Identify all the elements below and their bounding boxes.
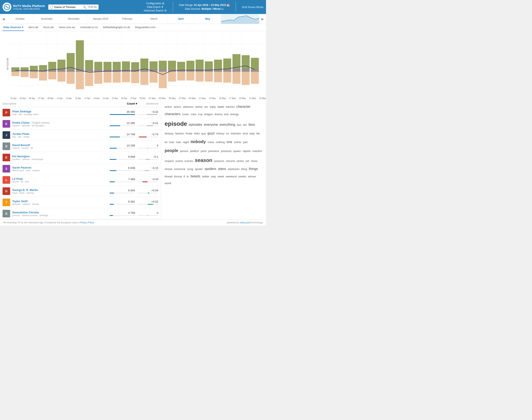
privacy-link[interactable]: Privacy Policy — [80, 221, 94, 224]
word-tweets[interactable]: tweets — [191, 173, 200, 180]
word-fantasy[interactable]: fantasy — [165, 131, 174, 136]
word-end[interactable]: end — [224, 112, 229, 117]
word-crew[interactable]: crew — [191, 112, 196, 117]
word-folks[interactable]: folks — [194, 131, 200, 136]
word-characters[interactable]: characters — [165, 111, 180, 117]
word-week[interactable]: week — [218, 174, 224, 179]
word-guy[interactable]: guy — [201, 131, 206, 136]
word-kind[interactable]: kind — [243, 131, 248, 136]
word-arc[interactable]: arc — [204, 104, 208, 109]
word-finale[interactable]: finale — [186, 131, 192, 136]
word-noise[interactable]: noise — [207, 140, 214, 145]
search-box[interactable]: 🔍 7535.5k — [48, 4, 99, 10]
word-fact[interactable]: fact — [237, 122, 241, 127]
word-cup[interactable]: cup — [198, 112, 203, 117]
word-tl[interactable]: tl — [184, 174, 185, 179]
word-character[interactable]: character — [236, 104, 251, 110]
month-march[interactable]: March — [141, 14, 168, 24]
word-tv[interactable]: tv — [187, 174, 189, 179]
config-link[interactable]: Configuration ⊞ — [144, 2, 167, 5]
word-person[interactable]: person — [180, 149, 188, 153]
tab-belfast[interactable]: belfasttelegraph.co.uk — [102, 24, 131, 31]
word-dragon[interactable]: dragon — [204, 112, 213, 117]
word-second[interactable]: second — [226, 159, 235, 164]
drill-down-mode[interactable]: Drill Down Mode — [242, 5, 264, 9]
entity-name[interactable]: Kit Harington — [12, 155, 107, 158]
timeline-prev[interactable]: ◀ — [0, 15, 7, 23]
month-october[interactable]: October — [7, 14, 34, 24]
word-world[interactable]: world — [165, 181, 171, 186]
word-respect[interactable]: respect — [165, 159, 174, 164]
word-action[interactable]: action — [165, 104, 172, 109]
tab-nzherald[interactable]: nzherald.co.nz — [79, 24, 99, 31]
word-way[interactable]: way — [211, 174, 216, 179]
word-cover[interactable]: cover — [182, 112, 189, 117]
word-point[interactable]: point — [201, 149, 207, 153]
word-fans[interactable]: fans — [249, 122, 255, 128]
word-actors[interactable]: actors — [174, 104, 181, 109]
word-song[interactable]: song — [187, 167, 193, 171]
word-guys[interactable]: guys — [207, 130, 215, 136]
word-history[interactable]: history — [216, 131, 224, 136]
word-winner[interactable]: winner — [248, 174, 256, 179]
sources-icon[interactable]: 🗂 — [221, 7, 224, 10]
entity-name[interactable]: George R. R. Martin — [12, 188, 107, 192]
word-fan[interactable]: fan — [243, 122, 247, 127]
month-february[interactable]: February — [114, 14, 141, 24]
word-episodes[interactable]: episodes — [189, 122, 202, 128]
word-spoiler[interactable]: spoiler — [195, 167, 203, 171]
month-may[interactable]: May — [194, 14, 221, 24]
month-april[interactable]: April — [168, 14, 194, 24]
word-anime[interactable]: anime — [195, 104, 203, 109]
word-battle[interactable]: battle — [218, 104, 224, 109]
month-november[interactable]: November — [34, 14, 60, 24]
word-throne[interactable]: throne — [174, 174, 182, 179]
word-season[interactable]: season — [195, 156, 212, 165]
month-december[interactable]: December — [60, 14, 87, 24]
word-petition[interactable]: petition — [190, 149, 199, 153]
word-one[interactable]: one — [226, 139, 232, 145]
word-reaction[interactable]: reaction — [252, 149, 262, 153]
entity-name[interactable]: Peter Dinklage — [12, 110, 107, 113]
word-lol[interactable]: lol — [165, 140, 167, 145]
word-twitter[interactable]: twitter — [202, 174, 209, 179]
calendar-icon[interactable]: 📅 — [226, 4, 230, 7]
entity-name[interactable]: Emilia Clarke – English actress — [12, 121, 107, 124]
word-weekend[interactable]: weekend — [226, 174, 237, 179]
word-people[interactable]: people — [165, 147, 178, 154]
word-everyone[interactable]: everyone — [204, 122, 218, 128]
word-intention[interactable]: intention — [231, 131, 241, 136]
timeline-next[interactable]: ▶ — [259, 15, 266, 23]
word-part[interactable]: part — [243, 140, 248, 145]
word-episode[interactable]: episode — [165, 119, 187, 129]
word-rapists[interactable]: rapists — [242, 149, 251, 153]
word-im[interactable]: im — [226, 131, 229, 136]
word-stans[interactable]: stans — [218, 166, 226, 172]
tab-data-sources[interactable]: Data Sources ▾ — [2, 24, 24, 31]
word-scenes[interactable]: scenes — [184, 159, 193, 164]
word-weeks[interactable]: weeks — [238, 174, 246, 179]
word-things[interactable]: things — [249, 166, 258, 172]
search-checkbox[interactable] — [50, 6, 53, 8]
entity-name[interactable]: David Benioff — [12, 144, 107, 147]
entity-name[interactable]: Taylor Swift — [12, 200, 107, 203]
tab-focusde[interactable]: focus.de — [43, 24, 55, 31]
entity-name[interactable]: Gwendoline Christie — [12, 211, 107, 214]
word-queen[interactable]: queen — [233, 149, 241, 153]
word-online[interactable]: online — [234, 140, 241, 145]
advanced-search-link[interactable]: Advanced Search ⚙ — [144, 9, 167, 12]
word-thing[interactable]: thing — [241, 167, 247, 171]
tab-guardian[interactable]: theguardian.com — [134, 24, 156, 31]
word-series[interactable]: series — [236, 159, 244, 164]
entity-name[interactable]: Jordan Peele — [12, 132, 107, 135]
word-someone[interactable]: someone — [174, 167, 185, 171]
export-link[interactable]: Data Export ⬆ — [144, 5, 167, 8]
word-bitches[interactable]: bitches — [226, 104, 235, 109]
word-life[interactable]: life — [256, 131, 260, 136]
word-lady[interactable]: lady — [250, 131, 255, 136]
word-nothing[interactable]: nothing — [216, 140, 225, 145]
word-spoilers[interactable]: spoilers — [205, 166, 216, 172]
word-premiere[interactable]: premiere — [208, 149, 219, 153]
word-look[interactable]: look — [169, 140, 174, 145]
word-night[interactable]: night — [183, 140, 189, 145]
